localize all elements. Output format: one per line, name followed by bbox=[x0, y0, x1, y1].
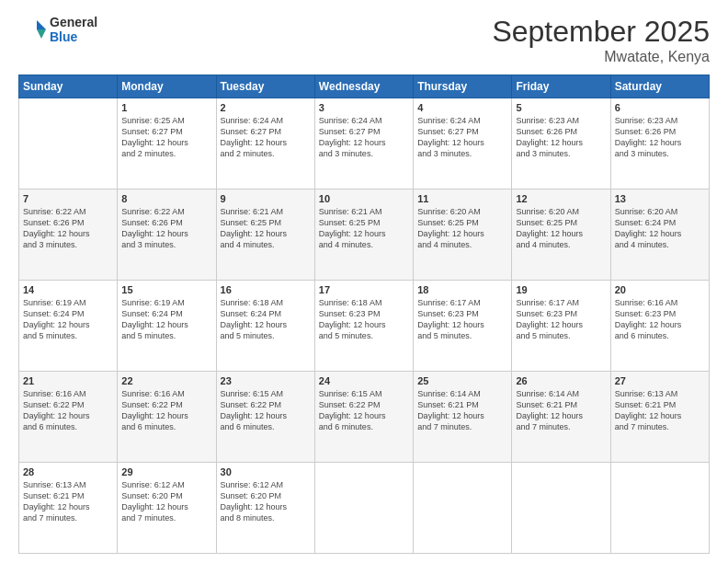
cell-info: Sunrise: 6:23 AM Sunset: 6:26 PM Dayligh… bbox=[615, 115, 705, 160]
cell-info: Sunrise: 6:21 AM Sunset: 6:25 PM Dayligh… bbox=[319, 206, 409, 251]
cell-info: Sunrise: 6:14 AM Sunset: 6:21 PM Dayligh… bbox=[417, 388, 507, 433]
calendar-cell bbox=[610, 463, 709, 554]
calendar-cell: 12Sunrise: 6:20 AM Sunset: 6:25 PM Dayli… bbox=[512, 190, 610, 281]
cell-info: Sunrise: 6:21 AM Sunset: 6:25 PM Dayligh… bbox=[221, 206, 311, 251]
week-row-5: 28Sunrise: 6:13 AM Sunset: 6:21 PM Dayli… bbox=[19, 463, 710, 554]
svg-marker-0 bbox=[37, 20, 46, 29]
calendar-cell: 11Sunrise: 6:20 AM Sunset: 6:25 PM Dayli… bbox=[414, 190, 512, 281]
cell-info: Sunrise: 6:19 AM Sunset: 6:24 PM Dayligh… bbox=[121, 297, 211, 342]
cell-info: Sunrise: 6:13 AM Sunset: 6:21 PM Dayligh… bbox=[23, 479, 113, 524]
calendar-cell: 8Sunrise: 6:22 AM Sunset: 6:26 PM Daylig… bbox=[118, 190, 216, 281]
cell-date-6: 6 bbox=[615, 102, 705, 113]
weekday-header-tuesday: Tuesday bbox=[216, 75, 314, 98]
logo-svg bbox=[18, 15, 48, 44]
weekday-header-wednesday: Wednesday bbox=[314, 75, 413, 98]
cell-date-8: 8 bbox=[121, 193, 211, 204]
cell-date-25: 25 bbox=[417, 375, 507, 386]
cell-date-12: 12 bbox=[516, 193, 606, 204]
calendar-cell bbox=[414, 463, 512, 554]
calendar-cell: 4Sunrise: 6:24 AM Sunset: 6:27 PM Daylig… bbox=[414, 98, 512, 190]
calendar-cell bbox=[19, 98, 118, 190]
cell-info: Sunrise: 6:24 AM Sunset: 6:27 PM Dayligh… bbox=[417, 115, 507, 160]
cell-date-15: 15 bbox=[121, 284, 211, 295]
calendar-cell: 19Sunrise: 6:17 AM Sunset: 6:23 PM Dayli… bbox=[512, 281, 610, 372]
calendar-cell: 6Sunrise: 6:23 AM Sunset: 6:26 PM Daylig… bbox=[610, 98, 709, 190]
cell-date-4: 4 bbox=[417, 102, 507, 113]
cell-info: Sunrise: 6:22 AM Sunset: 6:26 PM Dayligh… bbox=[121, 206, 211, 251]
calendar-cell: 2Sunrise: 6:24 AM Sunset: 6:27 PM Daylig… bbox=[216, 98, 314, 190]
calendar-cell: 20Sunrise: 6:16 AM Sunset: 6:23 PM Dayli… bbox=[610, 281, 709, 372]
cell-info: Sunrise: 6:18 AM Sunset: 6:23 PM Dayligh… bbox=[319, 297, 409, 342]
cell-info: Sunrise: 6:12 AM Sunset: 6:20 PM Dayligh… bbox=[121, 479, 211, 524]
calendar-cell: 22Sunrise: 6:16 AM Sunset: 6:22 PM Dayli… bbox=[118, 372, 216, 463]
location: Mwatate, Kenya bbox=[492, 49, 710, 65]
header: General Blue September 2025 Mwatate, Ken… bbox=[18, 15, 710, 65]
cell-info: Sunrise: 6:25 AM Sunset: 6:27 PM Dayligh… bbox=[121, 115, 211, 160]
weekday-header-friday: Friday bbox=[512, 75, 610, 98]
weekday-header-saturday: Saturday bbox=[610, 75, 709, 98]
cell-info: Sunrise: 6:20 AM Sunset: 6:25 PM Dayligh… bbox=[417, 206, 507, 251]
cell-date-26: 26 bbox=[516, 375, 606, 386]
cell-info: Sunrise: 6:24 AM Sunset: 6:27 PM Dayligh… bbox=[221, 115, 311, 160]
calendar-cell: 13Sunrise: 6:20 AM Sunset: 6:24 PM Dayli… bbox=[610, 190, 709, 281]
cell-info: Sunrise: 6:12 AM Sunset: 6:20 PM Dayligh… bbox=[221, 479, 311, 524]
cell-date-24: 24 bbox=[319, 375, 409, 386]
cell-info: Sunrise: 6:16 AM Sunset: 6:22 PM Dayligh… bbox=[121, 388, 211, 433]
cell-info: Sunrise: 6:20 AM Sunset: 6:24 PM Dayligh… bbox=[615, 206, 705, 251]
cell-date-30: 30 bbox=[221, 466, 311, 477]
cell-date-3: 3 bbox=[319, 102, 409, 113]
cell-info: Sunrise: 6:13 AM Sunset: 6:21 PM Dayligh… bbox=[615, 388, 705, 433]
calendar-cell: 26Sunrise: 6:14 AM Sunset: 6:21 PM Dayli… bbox=[512, 372, 610, 463]
cell-date-2: 2 bbox=[221, 102, 311, 113]
cell-date-21: 21 bbox=[23, 375, 113, 386]
cell-info: Sunrise: 6:22 AM Sunset: 6:26 PM Dayligh… bbox=[23, 206, 113, 251]
calendar-cell: 25Sunrise: 6:14 AM Sunset: 6:21 PM Dayli… bbox=[414, 372, 512, 463]
cell-info: Sunrise: 6:15 AM Sunset: 6:22 PM Dayligh… bbox=[221, 388, 311, 433]
calendar-cell: 16Sunrise: 6:18 AM Sunset: 6:24 PM Dayli… bbox=[216, 281, 314, 372]
cell-date-23: 23 bbox=[221, 375, 311, 386]
logo: General Blue bbox=[18, 15, 97, 44]
calendar-cell: 15Sunrise: 6:19 AM Sunset: 6:24 PM Dayli… bbox=[118, 281, 216, 372]
weekday-header-row: SundayMondayTuesdayWednesdayThursdayFrid… bbox=[19, 75, 710, 98]
calendar-cell: 17Sunrise: 6:18 AM Sunset: 6:23 PM Dayli… bbox=[314, 281, 413, 372]
calendar-cell: 27Sunrise: 6:13 AM Sunset: 6:21 PM Dayli… bbox=[610, 372, 709, 463]
weekday-header-monday: Monday bbox=[118, 75, 216, 98]
calendar-cell bbox=[512, 463, 610, 554]
cell-date-16: 16 bbox=[221, 284, 311, 295]
logo-general-text: General bbox=[50, 15, 97, 29]
cell-date-1: 1 bbox=[121, 102, 211, 113]
calendar-cell: 9Sunrise: 6:21 AM Sunset: 6:25 PM Daylig… bbox=[216, 190, 314, 281]
calendar-cell: 29Sunrise: 6:12 AM Sunset: 6:20 PM Dayli… bbox=[118, 463, 216, 554]
page: General Blue September 2025 Mwatate, Ken… bbox=[0, 0, 728, 563]
cell-info: Sunrise: 6:23 AM Sunset: 6:26 PM Dayligh… bbox=[516, 115, 606, 160]
cell-info: Sunrise: 6:24 AM Sunset: 6:27 PM Dayligh… bbox=[319, 115, 409, 160]
calendar-cell: 5Sunrise: 6:23 AM Sunset: 6:26 PM Daylig… bbox=[512, 98, 610, 190]
calendar-cell: 23Sunrise: 6:15 AM Sunset: 6:22 PM Dayli… bbox=[216, 372, 314, 463]
svg-marker-1 bbox=[37, 29, 46, 39]
cell-date-27: 27 bbox=[615, 375, 705, 386]
cell-info: Sunrise: 6:20 AM Sunset: 6:25 PM Dayligh… bbox=[516, 206, 606, 251]
cell-date-13: 13 bbox=[615, 193, 705, 204]
week-row-3: 14Sunrise: 6:19 AM Sunset: 6:24 PM Dayli… bbox=[19, 281, 710, 372]
cell-date-22: 22 bbox=[121, 375, 211, 386]
cell-info: Sunrise: 6:14 AM Sunset: 6:21 PM Dayligh… bbox=[516, 388, 606, 433]
week-row-1: 1Sunrise: 6:25 AM Sunset: 6:27 PM Daylig… bbox=[19, 98, 710, 190]
cell-date-9: 9 bbox=[221, 193, 311, 204]
calendar-cell: 14Sunrise: 6:19 AM Sunset: 6:24 PM Dayli… bbox=[19, 281, 118, 372]
week-row-2: 7Sunrise: 6:22 AM Sunset: 6:26 PM Daylig… bbox=[19, 190, 710, 281]
cell-date-7: 7 bbox=[23, 193, 113, 204]
cell-date-20: 20 bbox=[615, 284, 705, 295]
title-block: September 2025 Mwatate, Kenya bbox=[492, 15, 710, 65]
cell-info: Sunrise: 6:16 AM Sunset: 6:22 PM Dayligh… bbox=[23, 388, 113, 433]
cell-info: Sunrise: 6:19 AM Sunset: 6:24 PM Dayligh… bbox=[23, 297, 113, 342]
calendar-cell: 10Sunrise: 6:21 AM Sunset: 6:25 PM Dayli… bbox=[314, 190, 413, 281]
cell-date-14: 14 bbox=[23, 284, 113, 295]
calendar-cell: 24Sunrise: 6:15 AM Sunset: 6:22 PM Dayli… bbox=[314, 372, 413, 463]
cell-info: Sunrise: 6:15 AM Sunset: 6:22 PM Dayligh… bbox=[319, 388, 409, 433]
calendar-cell: 7Sunrise: 6:22 AM Sunset: 6:26 PM Daylig… bbox=[19, 190, 118, 281]
cell-date-11: 11 bbox=[417, 193, 507, 204]
cell-date-5: 5 bbox=[516, 102, 606, 113]
calendar-cell: 3Sunrise: 6:24 AM Sunset: 6:27 PM Daylig… bbox=[314, 98, 413, 190]
cell-date-19: 19 bbox=[516, 284, 606, 295]
calendar-cell: 1Sunrise: 6:25 AM Sunset: 6:27 PM Daylig… bbox=[118, 98, 216, 190]
